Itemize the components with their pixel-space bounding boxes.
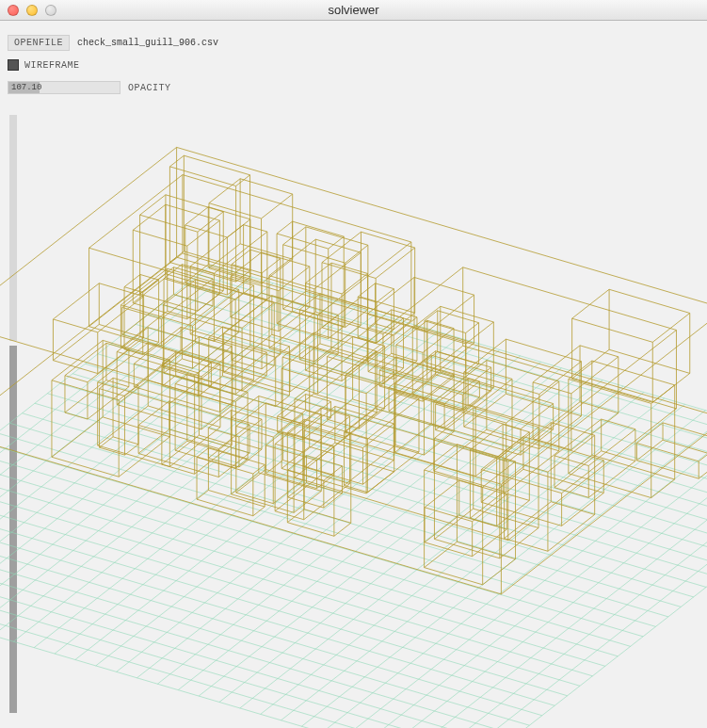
opacity-slider[interactable]: 107.10 [8,81,121,94]
svg-line-932 [295,477,508,541]
openfile-button[interactable]: OPENFILE [8,35,70,51]
svg-line-432 [236,426,273,437]
svg-line-19 [98,354,707,548]
svg-line-227 [466,322,493,344]
svg-line-116 [98,445,170,467]
svg-line-802 [551,423,594,436]
viewport-container[interactable]: OPENFILE check_small_guill_906.csv WIREF… [0,21,707,728]
svg-line-633 [265,461,282,474]
svg-line-60 [426,446,707,728]
svg-line-344 [231,317,279,332]
svg-line-405 [53,324,99,360]
svg-line-349 [231,252,262,277]
svg-line-96 [133,230,187,246]
svg-line-70 [438,311,479,323]
svg-line-921 [89,253,183,327]
svg-line-132 [138,425,218,448]
svg-line-649 [283,227,306,245]
svg-line-599 [342,273,367,293]
svg-line-743 [235,392,248,401]
svg-line-898 [592,361,675,385]
svg-line-41 [0,462,618,656]
svg-line-391 [324,493,343,508]
svg-line-559 [201,405,233,429]
svg-line-764 [345,432,424,456]
svg-line-779 [262,194,293,218]
svg-line-39 [0,453,631,647]
controls-panel: OPENFILE check_small_guill_906.csv WIREF… [8,34,218,102]
svg-line-61 [0,561,491,728]
svg-line-392 [288,497,324,508]
svg-line-324 [281,368,366,393]
titlebar: solviewer [0,0,707,21]
svg-line-888 [636,443,699,461]
wireframe-boxes [0,147,707,593]
maximize-icon[interactable] [45,5,56,16]
svg-line-570 [361,297,414,313]
svg-line-620 [190,334,214,341]
svg-line-673 [367,277,414,314]
svg-line-81 [52,417,103,457]
svg-line-175 [314,325,361,362]
svg-line-55 [0,532,529,726]
svg-line-505 [65,343,106,375]
svg-line-18 [0,319,396,635]
svg-line-79 [119,437,169,477]
svg-line-882 [663,440,707,458]
svg-line-226 [441,306,494,322]
opacity-label: OPACITY [128,83,171,93]
svg-line-337 [277,221,293,234]
viewport-3d[interactable] [0,21,707,728]
svg-line-180 [269,276,314,289]
svg-line-322 [310,347,394,371]
svg-line-59 [0,551,505,728]
svg-line-186 [474,509,538,527]
svg-line-433 [236,403,265,427]
svg-line-534 [506,394,581,416]
svg-line-925 [89,175,183,249]
svg-line-128 [138,453,218,477]
svg-line-907 [501,419,707,594]
window-title: solviewer [0,3,707,17]
svg-line-4 [0,277,252,592]
svg-line-51 [0,512,554,706]
svg-line-504 [65,376,88,382]
minimize-icon[interactable] [26,5,38,16]
svg-line-260 [163,386,199,396]
svg-line-369 [436,405,469,430]
svg-line-884 [636,461,699,478]
ground-grid [0,265,707,728]
opacity-value: 107.10 [11,83,41,92]
svg-line-500 [65,413,88,419]
svg-line-634 [283,432,334,447]
svg-line-342 [262,293,310,307]
svg-line-503 [88,349,129,381]
svg-line-541 [464,339,506,372]
svg-line-224 [412,394,466,410]
svg-line-356 [275,511,304,520]
svg-line-756 [169,167,235,186]
svg-line-456 [140,215,198,232]
svg-line-669 [367,326,414,363]
traffic-lights [0,5,56,16]
svg-line-80 [52,457,119,477]
close-icon[interactable] [8,5,19,16]
svg-line-560 [117,405,201,429]
wireframe-checkbox[interactable] [8,59,19,71]
svg-line-359 [304,416,350,452]
svg-line-261 [163,376,176,386]
svg-line-296 [572,379,653,402]
svg-line-298 [609,289,690,313]
svg-line-45 [0,482,592,676]
svg-line-895 [651,479,675,498]
svg-line-65 [0,581,466,728]
svg-line-694 [259,396,322,414]
svg-line-780 [209,203,262,218]
svg-line-754 [184,155,249,175]
svg-line-548 [208,458,239,467]
svg-line-934 [463,267,677,331]
svg-line-299 [652,313,689,342]
svg-line-499 [88,387,129,419]
svg-line-654 [523,469,603,493]
svg-line-56 [384,434,707,728]
